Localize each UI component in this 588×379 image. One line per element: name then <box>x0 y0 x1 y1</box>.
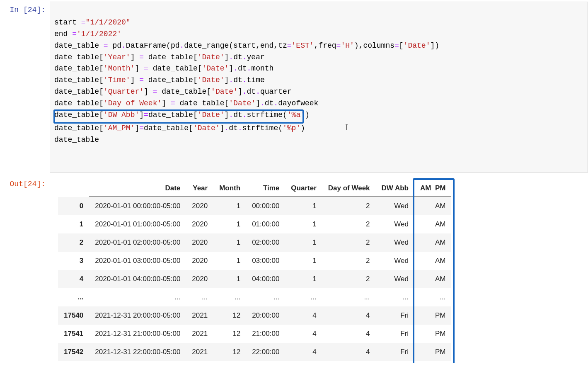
table-cell: 12 <box>213 306 246 325</box>
row-index: 3 <box>58 252 89 270</box>
table-cell: Wed <box>376 270 414 288</box>
row-index: 17542 <box>58 343 89 361</box>
table-cell: ... <box>376 288 414 306</box>
table-cell: 2021 <box>186 325 213 343</box>
table-cell: 1 <box>213 197 246 216</box>
table-cell: 2020-01-01 02:00:00-05:00 <box>89 233 186 252</box>
table-cell: 2020-01-01 03:00:00-05:00 <box>89 252 186 270</box>
table-header-cell: Year <box>186 180 213 197</box>
code-line: date_table['DW Abb']=date_table['Date'].… <box>54 111 310 119</box>
in-prompt: In [24]: <box>0 2 50 14</box>
table-cell: 2020 <box>186 233 213 252</box>
table-cell: 1 <box>213 233 246 252</box>
table-row: 12020-01-01 01:00:00-05:002020101:00:001… <box>58 215 451 233</box>
table-cell: ... <box>285 288 322 306</box>
output-cell: Out[24]: DateYearMonthTimeQuarterDay of … <box>0 174 588 364</box>
table-cell: 4 <box>285 343 322 361</box>
table-cell: 2021-12-31 21:00:00-05:00 <box>89 325 186 343</box>
out-prompt: Out[24]: <box>0 176 50 188</box>
table-cell: 2020-01-01 01:00:00-05:00 <box>89 215 186 233</box>
table-row: 22020-01-01 02:00:00-05:002020102:00:001… <box>58 233 451 252</box>
table-row: 02020-01-01 00:00:00-05:002020100:00:001… <box>58 197 451 216</box>
table-cell: ... <box>322 288 376 306</box>
table-cell: AM <box>414 197 451 216</box>
table-cell: 1 <box>213 252 246 270</box>
table-cell: AM <box>414 252 451 270</box>
table-cell: 1 <box>285 270 322 288</box>
code-line: end ='1/1/2022' <box>54 30 121 38</box>
table-cell: 22:00:00 <box>246 343 285 361</box>
table-cell: 4 <box>322 306 376 325</box>
code-editor[interactable]: start ="1/1/2020" end ='1/1/2022' date_t… <box>50 2 588 172</box>
table-cell: 2021 <box>186 306 213 325</box>
row-index: 4 <box>58 270 89 288</box>
table-cell: Wed <box>376 233 414 252</box>
table-cell: AM <box>414 233 451 252</box>
row-index: 17541 <box>58 325 89 343</box>
table-cell: 2 <box>322 197 376 216</box>
table-header-cell: AM_PM <box>414 180 451 197</box>
row-index: 17540 <box>58 306 89 325</box>
table-cell: AM <box>414 215 451 233</box>
table-cell: 2020 <box>186 215 213 233</box>
table-cell: 4 <box>322 325 376 343</box>
table-cell: 2 <box>322 215 376 233</box>
output-area: DateYearMonthTimeQuarterDay of WeekDW Ab… <box>50 176 588 363</box>
table-cell: 2020 <box>186 197 213 216</box>
table-cell: 1 <box>285 233 322 252</box>
table-cell: PM <box>414 343 451 361</box>
table-cell: Fri <box>376 325 414 343</box>
table-row: 42020-01-01 04:00:00-05:002020104:00:001… <box>58 270 451 288</box>
table-cell: 2021-12-31 22:00:00-05:00 <box>89 343 186 361</box>
code-line: date_table['AM_PM']=date_table['Date'].d… <box>54 124 305 132</box>
table-cell: 01:00:00 <box>246 215 285 233</box>
table-cell: 4 <box>285 325 322 343</box>
code-line: date_table['Quarter'] = date_table['Date… <box>54 87 292 96</box>
code-line: date_table['Time'] = date_table['Date'].… <box>54 76 265 84</box>
table-cell: 1 <box>285 215 322 233</box>
row-index: 1 <box>58 215 89 233</box>
out-exec-count: 24 <box>28 180 37 188</box>
table-cell: Fri <box>376 306 414 325</box>
table-cell: 1 <box>285 197 322 216</box>
table-cell: 4 <box>285 306 322 325</box>
code-line: date_table['Year'] = date_table['Date'].… <box>54 53 265 61</box>
table-cell: Wed <box>376 252 414 270</box>
table-cell: 1 <box>285 252 322 270</box>
table-row: 175412021-12-31 21:00:00-05:0020211221:0… <box>58 325 451 343</box>
table-cell: Wed <box>376 197 414 216</box>
table-header-cell: Time <box>246 180 285 197</box>
table-header-cell: Date <box>89 180 186 197</box>
table-cell: 2020-01-01 04:00:00-05:00 <box>89 270 186 288</box>
table-row: 175402021-12-31 20:00:00-05:0020211220:0… <box>58 306 451 325</box>
table-cell: AM <box>414 270 451 288</box>
table-cell: 4 <box>322 343 376 361</box>
table-cell: 2020-01-01 00:00:00-05:00 <box>89 197 186 216</box>
table-cell: 12 <box>213 325 246 343</box>
table-header-cell: Month <box>213 180 246 197</box>
table-cell: 2020 <box>186 252 213 270</box>
input-cell: In [24]: start ="1/1/2020" end ='1/1/202… <box>0 0 588 174</box>
table-cell: 2021 <box>186 343 213 361</box>
row-index: 2 <box>58 233 89 252</box>
table-row: ........................... <box>58 288 451 306</box>
text-cursor-icon: I <box>345 121 346 130</box>
table-header-row: DateYearMonthTimeQuarterDay of WeekDW Ab… <box>58 180 451 197</box>
table-cell: 12 <box>213 343 246 361</box>
table-cell: 02:00:00 <box>246 233 285 252</box>
table-cell: 2 <box>322 252 376 270</box>
dataframe-table: DateYearMonthTimeQuarterDay of WeekDW Ab… <box>58 180 451 361</box>
table-cell: 04:00:00 <box>246 270 285 288</box>
table-cell: ... <box>186 288 213 306</box>
code-line: start ="1/1/2020" <box>54 18 131 27</box>
code-line: date_table['Day of Week'] = date_table['… <box>54 99 318 107</box>
table-cell: 20:00:00 <box>246 306 285 325</box>
table-header-cell <box>58 180 89 197</box>
table-cell: 00:00:00 <box>246 197 285 216</box>
table-cell: 21:00:00 <box>246 325 285 343</box>
code-line: date_table <box>54 136 99 144</box>
table-cell: ... <box>213 288 246 306</box>
table-cell: PM <box>414 306 451 325</box>
row-index: ... <box>58 288 89 306</box>
table-header-cell: Quarter <box>285 180 322 197</box>
